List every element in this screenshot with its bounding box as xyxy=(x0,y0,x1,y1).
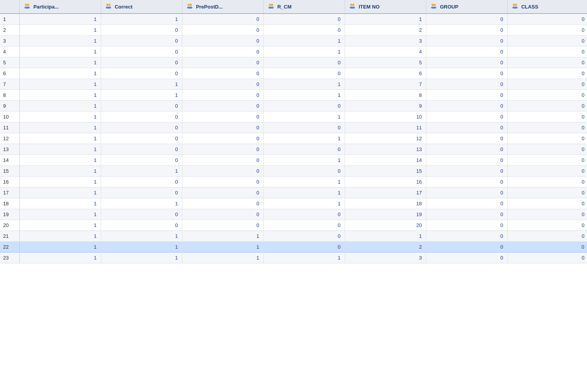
table-row[interactable]: 81101800 xyxy=(0,90,587,101)
table-row[interactable]: 1811011800 xyxy=(0,198,587,209)
cell-item_no: 13 xyxy=(345,144,426,155)
cell-prepostd: 0 xyxy=(182,79,263,90)
col-header-class[interactable]: CLASS xyxy=(507,0,587,14)
col-header-group[interactable]: GROUP xyxy=(426,0,507,14)
cell-group: 0 xyxy=(426,46,507,57)
cell-correct: 0 xyxy=(101,46,182,57)
cell-class: 0 xyxy=(507,209,587,220)
table-row[interactable]: 1210011200 xyxy=(0,133,587,144)
table-row[interactable]: 91000900 xyxy=(0,101,587,112)
cell-prepostd: 1 xyxy=(182,253,263,263)
cell-prepostd: 0 xyxy=(182,57,263,68)
cell-item_no: 4 xyxy=(345,46,426,57)
cell-correct: 1 xyxy=(101,242,182,253)
cell-correct: 0 xyxy=(101,101,182,112)
cell-prepostd: 0 xyxy=(182,166,263,177)
people-icon-correct xyxy=(105,3,112,10)
svg-point-7 xyxy=(108,7,111,9)
svg-point-9 xyxy=(190,4,192,6)
cell-r_cm: 1 xyxy=(263,155,345,166)
col-header-correct[interactable]: Correct xyxy=(101,0,182,14)
cell-item_no: 7 xyxy=(345,79,426,90)
svg-point-5 xyxy=(108,4,110,6)
table-row[interactable]: 1310001300 xyxy=(0,144,587,155)
cell-r_cm: 1 xyxy=(263,198,345,209)
svg-point-13 xyxy=(271,4,273,6)
svg-point-12 xyxy=(269,4,271,6)
row-number: 13 xyxy=(0,144,19,155)
table-row[interactable]: 71101700 xyxy=(0,79,587,90)
table-row[interactable]: 2010002000 xyxy=(0,220,587,231)
table-row[interactable]: 41001400 xyxy=(0,46,587,57)
table-row[interactable]: 211110100 xyxy=(0,231,587,242)
cell-r_cm: 1 xyxy=(263,133,345,144)
cell-correct: 0 xyxy=(101,177,182,187)
cell-participantid: 1 xyxy=(19,79,101,90)
cell-group: 0 xyxy=(426,133,507,144)
cell-participantid: 1 xyxy=(19,14,101,25)
cell-class: 0 xyxy=(507,122,587,133)
cell-correct: 0 xyxy=(101,144,182,155)
cell-r_cm: 0 xyxy=(263,68,345,79)
cell-class: 0 xyxy=(507,112,587,122)
table-row[interactable]: 51000500 xyxy=(0,57,587,68)
cell-group: 0 xyxy=(426,187,507,198)
col-header-prepostd[interactable]: PrePostD... xyxy=(182,0,263,14)
cell-item_no: 10 xyxy=(345,112,426,122)
svg-point-15 xyxy=(270,7,273,9)
cell-prepostd: 0 xyxy=(182,36,263,46)
cell-class: 0 xyxy=(507,101,587,112)
table-body: 1110010021000200310013004100140051000500… xyxy=(0,14,587,263)
cell-participantid: 1 xyxy=(19,209,101,220)
table-row[interactable]: 11100100 xyxy=(0,14,587,25)
cell-correct: 1 xyxy=(101,166,182,177)
table-header-row: Participa... Correct xyxy=(0,0,587,14)
svg-point-19 xyxy=(352,7,355,9)
cell-class: 0 xyxy=(507,242,587,253)
row-number: 20 xyxy=(0,220,19,231)
col-header-participantid[interactable]: Participa... xyxy=(19,0,101,14)
table-row[interactable]: 1910001900 xyxy=(0,209,587,220)
cell-group: 0 xyxy=(426,198,507,209)
people-icon-class xyxy=(511,3,518,10)
cell-prepostd: 0 xyxy=(182,90,263,101)
table-row[interactable]: 1110001100 xyxy=(0,122,587,133)
table-row[interactable]: 231111300 xyxy=(0,253,587,263)
col-label-participantid: Participa... xyxy=(33,4,59,10)
table-row[interactable]: 1610011600 xyxy=(0,177,587,187)
table-row[interactable]: 1710011700 xyxy=(0,187,587,198)
cell-item_no: 9 xyxy=(345,101,426,112)
row-number: 19 xyxy=(0,209,19,220)
table-row[interactable]: 221110200 xyxy=(0,242,587,253)
cell-prepostd: 0 xyxy=(182,209,263,220)
cell-r_cm: 1 xyxy=(263,90,345,101)
cell-item_no: 12 xyxy=(345,133,426,144)
cell-r_cm: 0 xyxy=(263,14,345,25)
svg-point-25 xyxy=(515,4,517,6)
col-header-item_no[interactable]: ITEM NO xyxy=(345,0,426,14)
table-row[interactable]: 1410011400 xyxy=(0,155,587,166)
cell-group: 0 xyxy=(426,14,507,25)
cell-r_cm: 1 xyxy=(263,112,345,122)
table-row[interactable]: 61000600 xyxy=(0,68,587,79)
table-row[interactable]: 1511001500 xyxy=(0,166,587,177)
col-header-r_cm[interactable]: R_CM xyxy=(263,0,345,14)
cell-correct: 1 xyxy=(101,79,182,90)
table-row[interactable]: 1010011000 xyxy=(0,112,587,122)
cell-prepostd: 0 xyxy=(182,220,263,231)
cell-prepostd: 0 xyxy=(182,112,263,122)
cell-item_no: 20 xyxy=(345,220,426,231)
cell-class: 0 xyxy=(507,14,587,25)
cell-class: 0 xyxy=(507,198,587,209)
svg-point-20 xyxy=(431,4,433,6)
cell-class: 0 xyxy=(507,79,587,90)
table-row[interactable]: 31001300 xyxy=(0,36,587,46)
cell-prepostd: 1 xyxy=(182,231,263,242)
cell-r_cm: 0 xyxy=(263,242,345,253)
cell-r_cm: 0 xyxy=(263,57,345,68)
people-icon-group xyxy=(430,3,437,10)
table-row[interactable]: 21000200 xyxy=(0,25,587,36)
cell-class: 0 xyxy=(507,231,587,242)
cell-prepostd: 0 xyxy=(182,14,263,25)
cell-class: 0 xyxy=(507,68,587,79)
